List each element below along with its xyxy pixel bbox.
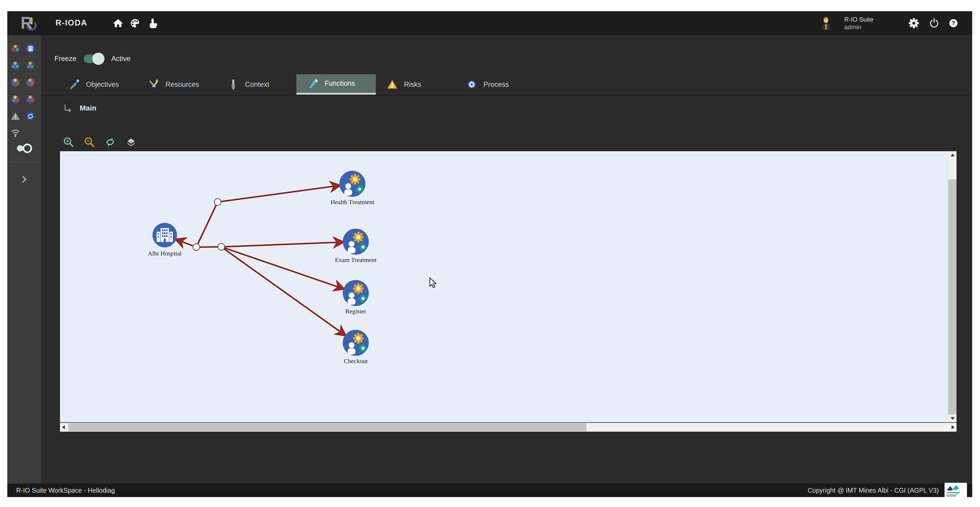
sync-mini-icon[interactable] <box>26 111 35 121</box>
junction-point-2[interactable] <box>214 199 221 205</box>
tab-label: Resources <box>165 81 199 89</box>
freeze-row: Freeze Active <box>41 51 130 66</box>
vertical-scrollbar[interactable] <box>948 151 956 422</box>
scroll-right-arrow[interactable] <box>951 425 955 429</box>
top-bar: R R-IODA R-IO Suite admin <box>7 11 972 35</box>
objectives-tab-icon <box>69 79 80 90</box>
objectives-mini-icon[interactable] <box>11 44 20 53</box>
junction-point-0[interactable] <box>193 244 200 251</box>
resources-tab-icon <box>148 79 159 90</box>
zoom-in-icon[interactable] <box>62 135 75 149</box>
palette-icon[interactable] <box>129 17 141 29</box>
diagram-edge-j0-j1[interactable] <box>196 247 221 247</box>
diagram-edge-j1-register[interactable] <box>221 247 345 289</box>
freeze-label: Freeze <box>54 55 76 63</box>
diagram-node-exam[interactable]: Exam Treatment <box>335 229 377 263</box>
scroll-left-arrow[interactable] <box>62 425 65 429</box>
diagram-node-health[interactable]: Health Treatment <box>331 171 374 205</box>
status-bar: R-IO Suite WorkSpace - Hellodiag Copyrig… <box>7 483 972 497</box>
tab-functions[interactable]: Functions <box>296 74 376 95</box>
chevron-right-icon[interactable] <box>19 175 29 184</box>
vertical-scroll-thumb[interactable] <box>948 180 956 415</box>
resources-mini-icon[interactable] <box>11 61 20 70</box>
mouse-cursor <box>429 277 438 289</box>
breadcrumb-label: Main <box>80 104 96 112</box>
risks-mini-icon[interactable] <box>26 78 35 87</box>
workspace-label: R-IO Suite WorkSpace - Hellodiag <box>16 487 115 494</box>
scroll-up-arrow[interactable] <box>951 154 955 156</box>
diagram-node-label: Exam Treatment <box>335 256 377 263</box>
rio-suite-logo[interactable]: R <box>17 13 42 33</box>
model-mini-icon[interactable] <box>26 95 35 104</box>
diagram-node-label: Checkout <box>344 358 368 364</box>
app-window: R R-IODA R-IO Suite admin <box>7 11 972 497</box>
freeze-toggle[interactable] <box>84 54 102 63</box>
freeze-state-label: Active <box>111 55 130 63</box>
organization-mini-icon[interactable] <box>26 44 35 53</box>
diagram-node-label: Albi Hospital <box>148 250 182 257</box>
touch-icon[interactable] <box>146 17 159 29</box>
tabs-row: Objectives Resources Context <box>41 74 972 95</box>
page: R R-IODA R-IO Suite admin <box>0 0 980 507</box>
diagram-canvas[interactable]: Albi HospitalHealth TreatmentExam Treatm… <box>60 151 956 422</box>
functions-mini-icon[interactable] <box>11 78 20 87</box>
horizontal-scrollbar[interactable] <box>60 423 956 432</box>
content-area: Freeze Active Objectives Resources <box>41 35 972 483</box>
diagram-edge-j0-j2[interactable] <box>196 202 218 247</box>
help-icon[interactable]: ? <box>947 17 960 29</box>
horizontal-scroll-thumb[interactable] <box>68 423 586 431</box>
suite-name: R-IO Suite <box>844 16 873 23</box>
dot-circle-icon[interactable] <box>14 143 34 154</box>
tab-label: Process <box>484 81 509 89</box>
process-mini-icon[interactable] <box>11 95 20 104</box>
app-title: R-IODA <box>56 18 88 28</box>
diagram-node-register[interactable]: Register <box>343 280 369 315</box>
user-avatar[interactable] <box>819 15 833 31</box>
imt-mines-albi-logo <box>945 483 967 498</box>
user-name: admin <box>844 24 861 31</box>
status-right: Copyright @ IMT Mines Albi - CGI (AGPL V… <box>808 483 967 498</box>
settings-gear-icon[interactable] <box>908 17 920 29</box>
tab-risks[interactable]: Risks <box>376 74 455 95</box>
canvas-toolbar <box>41 134 138 150</box>
diagram-edge-j2-health[interactable] <box>218 185 340 202</box>
warning-mini-icon[interactable] <box>11 111 20 121</box>
home-icon[interactable] <box>112 17 124 29</box>
context-tab-icon <box>228 79 239 90</box>
tab-label: Context <box>245 81 269 89</box>
diagram-node-label: Health Treatment <box>331 199 374 205</box>
refresh-icon[interactable] <box>104 135 117 149</box>
diagram-node-label: Register <box>345 308 366 315</box>
layers-icon[interactable] <box>124 135 138 149</box>
svg-text:?: ? <box>951 20 955 26</box>
breadcrumb: Main <box>41 101 96 116</box>
diagram-edge-j1-exam[interactable] <box>221 242 344 247</box>
tab-context[interactable]: Context <box>217 74 296 95</box>
tab-process[interactable]: Process <box>455 74 535 95</box>
tab-label: Functions <box>325 79 355 87</box>
risks-tab-icon <box>387 79 398 90</box>
tab-objectives[interactable]: Objectives <box>58 74 137 95</box>
zoom-out-icon[interactable] <box>83 135 96 149</box>
logo-letter: R <box>21 13 33 33</box>
functions-tab-icon <box>307 78 318 89</box>
copyright-label: Copyright @ IMT Mines Albi - CGI (AGPL V… <box>808 487 939 494</box>
toggle-knob[interactable] <box>92 52 105 65</box>
junction-point-1[interactable] <box>218 243 225 250</box>
context-mini-icon[interactable] <box>26 61 35 70</box>
network-mini-icon[interactable] <box>11 129 20 138</box>
diagram: Albi HospitalHealth TreatmentExam Treatm… <box>60 151 949 422</box>
process-tab-icon <box>466 79 477 90</box>
tab-resources[interactable]: Resources <box>137 74 217 95</box>
sidebar-divider <box>10 162 39 162</box>
diagram-edge-j1-checkout[interactable] <box>221 247 346 336</box>
subdiagram-arrow-icon <box>63 103 73 113</box>
tab-label: Objectives <box>86 81 119 89</box>
sidebar <box>7 35 41 483</box>
tab-label: Risks <box>404 81 421 89</box>
diagram-node-checkout[interactable]: Checkout <box>343 330 369 364</box>
scroll-down-arrow[interactable] <box>951 417 955 420</box>
power-icon[interactable] <box>928 17 940 29</box>
canvas-frame: Albi HospitalHealth TreatmentExam Treatm… <box>59 151 957 432</box>
